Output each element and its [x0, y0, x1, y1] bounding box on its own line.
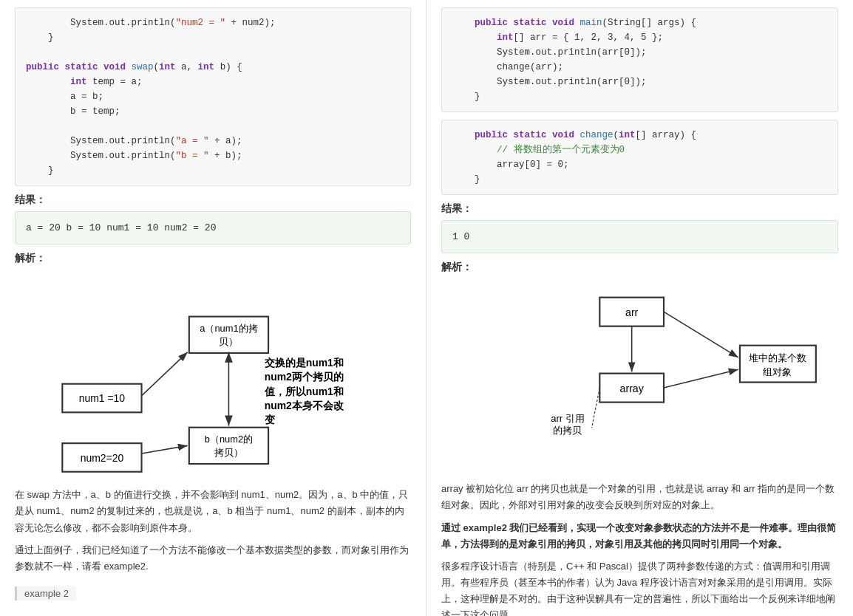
left-panel: System.out.println("num2 = " + num2); } …: [0, 0, 426, 616]
left-code-top: System.out.println("num2 = " + num2); } …: [15, 7, 411, 186]
right-panel: public static void main(String[] args) {…: [426, 0, 853, 616]
arr-box: arr: [625, 307, 639, 318]
left-diagram: num1 =10 num2=20 a（num1的拷 贝） b（num2的 拷贝）…: [15, 273, 411, 479]
right-diagram: arr array 堆中的某个数 组对象 arr 引用 的拷贝: [441, 281, 838, 473]
right-analysis1: array 被初始化位 arr 的拷贝也就是一个对象的引用，也就是说 array…: [441, 481, 838, 513]
right-analysis3: 很多程序设计语言（特别是，C++ 和 Pascal）提供了两种参数传递的方式：值…: [441, 558, 838, 616]
svg-marker-10: [225, 416, 233, 426]
svg-text:组对象: 组对象: [763, 366, 792, 377]
svg-line-6: [142, 352, 188, 396]
result-label-left: 结果：: [15, 194, 411, 207]
analysis-label-right: 解析：: [441, 261, 838, 274]
right-diagram-svg: arr array 堆中的某个数 组对象 arr 引用 的拷贝: [441, 281, 838, 473]
right-code-change: public static void change(int[] array) {…: [441, 120, 838, 195]
svg-text:贝）: 贝）: [219, 337, 238, 348]
svg-line-21: [664, 370, 738, 389]
a-copy-label: a（num1的拷: [200, 323, 257, 334]
svg-line-7: [142, 446, 188, 454]
svg-text:num2两个拷贝的: num2两个拷贝的: [265, 372, 344, 383]
svg-text:num2本身不会改: num2本身不会改: [265, 400, 344, 411]
svg-text:变: 变: [265, 414, 276, 426]
analysis-label-left: 解析：: [15, 252, 411, 265]
heap-box: 堆中的某个数: [748, 353, 806, 364]
num2-label: num2=20: [81, 452, 124, 464]
num1-label: num1 =10: [79, 393, 126, 405]
right-analysis2: 通过 example2 我们已经看到，实现一个改变对象参数状态的方法并不是一件难…: [441, 520, 838, 552]
array-box: array: [620, 383, 645, 394]
b-copy-label: b（num2的: [205, 434, 253, 445]
left-conclusion-text: 通过上面例子，我们已经知道了一个方法不能修改一个基本数据类型的参数，而对象引用作…: [15, 542, 411, 575]
example2-tag: example 2: [15, 586, 76, 600]
svg-text:拷贝）: 拷贝）: [214, 448, 243, 459]
svg-line-24: [592, 388, 600, 428]
left-diagram-svg: num1 =10 num2=20 a（num1的拷 贝） b（num2的 拷贝）…: [15, 273, 411, 479]
result-label-right: 结果：: [441, 202, 838, 216]
diagram-note: 交换的是num1和: [265, 357, 344, 369]
left-analysis-text: 在 swap 方法中，a、b 的值进行交换，并不会影响到 num1、num2。因…: [15, 487, 411, 535]
svg-text:的拷贝: 的拷贝: [554, 425, 582, 436]
svg-text:值，所以num1和: 值，所以num1和: [264, 386, 344, 397]
right-code-top: public static void main(String[] args) {…: [441, 7, 838, 112]
arr-copy-label: arr 引用: [551, 413, 585, 424]
result-block-right: 1 0: [441, 220, 838, 253]
svg-line-20: [664, 312, 738, 358]
result-block-left: a = 20 b = 10 num1 = 10 num2 = 20: [15, 211, 411, 244]
